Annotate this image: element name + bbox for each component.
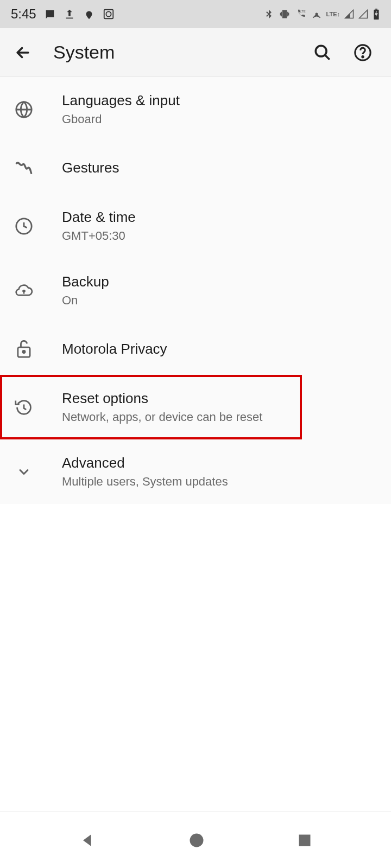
notification-app-icon	[83, 8, 95, 20]
item-reset-options[interactable]: Reset options Network, apps, or device c…	[0, 375, 302, 439]
item-title: Motorola Privacy	[62, 341, 167, 358]
gesture-icon	[13, 157, 35, 178]
svg-rect-14	[299, 834, 311, 846]
notification-message-icon	[44, 8, 56, 20]
app-bar-actions	[311, 41, 375, 65]
arrow-left-icon	[14, 43, 32, 62]
status-bar: 5:45 LTE LTE↕	[0, 0, 391, 28]
search-icon	[313, 43, 332, 62]
circle-home-icon	[188, 832, 205, 848]
svg-rect-0	[104, 10, 113, 19]
item-title: Reset options	[62, 390, 262, 407]
item-date-time[interactable]: Date & time GMT+05:30	[0, 194, 391, 258]
status-left: 5:45	[11, 7, 115, 22]
nav-recent-button[interactable]	[297, 833, 312, 848]
item-subtitle: On	[62, 293, 109, 308]
search-button[interactable]	[311, 41, 335, 65]
nav-back-button[interactable]	[79, 832, 96, 849]
triangle-back-icon	[79, 832, 96, 849]
status-time: 5:45	[11, 7, 36, 22]
vibrate-icon	[279, 9, 291, 20]
globe-icon	[13, 99, 35, 120]
unlock-icon	[13, 338, 35, 360]
page-title: System	[53, 42, 311, 63]
bluetooth-icon	[263, 8, 274, 20]
chevron-down-icon	[13, 461, 35, 483]
svg-text:LTE: LTE	[300, 10, 305, 13]
svg-point-1	[106, 11, 111, 16]
notification-cast-icon	[103, 8, 115, 20]
back-button[interactable]	[11, 41, 35, 65]
battery-charging-icon	[373, 8, 380, 20]
signal-sim1-icon	[344, 9, 354, 19]
app-bar: System	[0, 28, 391, 77]
item-title: Date & time	[62, 209, 136, 226]
svg-point-13	[190, 833, 204, 847]
lte-data-icon: LTE↕	[326, 11, 340, 17]
settings-list: Languages & input Gboard Gestures Date &…	[0, 77, 391, 504]
signal-sim2-icon	[358, 9, 368, 19]
svg-rect-5	[375, 9, 377, 10]
square-recent-icon	[297, 833, 312, 848]
cloud-upload-icon	[13, 280, 35, 302]
item-title: Advanced	[62, 455, 228, 471]
item-subtitle: Multiple users, System updates	[62, 475, 228, 489]
upload-icon	[64, 8, 75, 20]
svg-point-3	[316, 13, 317, 15]
svg-point-6	[316, 46, 326, 56]
navigation-bar	[0, 812, 391, 868]
nav-home-button[interactable]	[188, 832, 205, 848]
item-subtitle: Gboard	[62, 112, 180, 126]
hotspot-icon	[311, 9, 322, 20]
item-subtitle: GMT+05:30	[62, 229, 136, 243]
item-title: Languages & input	[62, 92, 180, 109]
item-title: Gestures	[62, 159, 119, 176]
item-languages-input[interactable]: Languages & input Gboard	[0, 77, 391, 142]
item-subtitle: Network, apps, or device can be reset	[62, 410, 262, 424]
svg-point-8	[362, 56, 363, 57]
clock-icon	[13, 215, 35, 237]
help-button[interactable]	[351, 41, 375, 65]
item-advanced[interactable]: Advanced Multiple users, System updates	[0, 439, 391, 504]
help-icon	[354, 43, 372, 62]
item-motorola-privacy[interactable]: Motorola Privacy	[0, 323, 391, 375]
status-right: LTE LTE↕	[263, 8, 380, 20]
volte-call-icon: LTE	[295, 9, 307, 20]
restore-icon	[13, 397, 35, 418]
item-title: Backup	[62, 273, 109, 290]
item-backup[interactable]: Backup On	[0, 258, 391, 323]
item-gestures[interactable]: Gestures	[0, 142, 391, 194]
svg-point-12	[23, 350, 25, 353]
